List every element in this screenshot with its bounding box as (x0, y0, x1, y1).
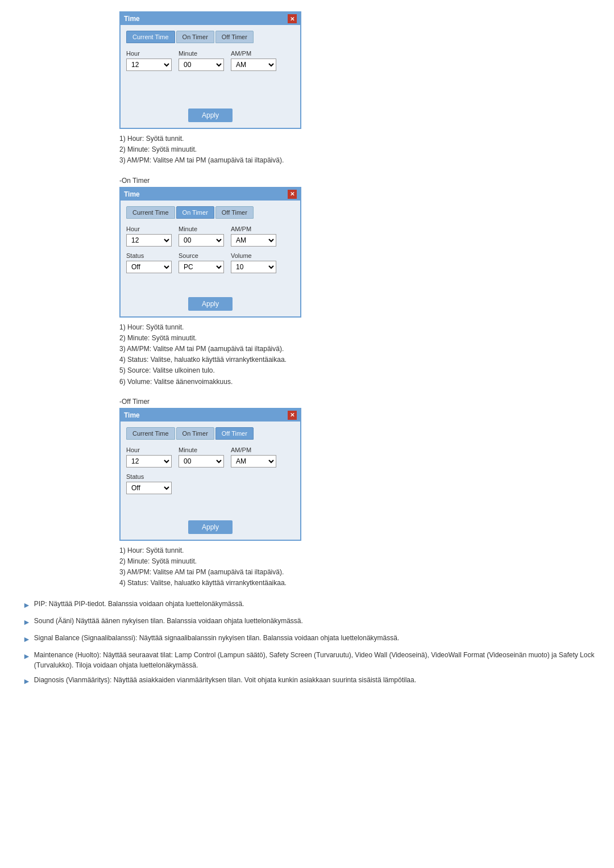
notes-current-time: 1) Hour: Syötä tunnit. 2) Minute: Syötä … (119, 133, 597, 166)
bullet-item-1: ► Sound (Ääni) Näyttää äänen nykyisen ti… (23, 616, 597, 628)
tab-on-timer-1[interactable]: On Timer (176, 31, 214, 43)
apply-button-3[interactable]: Apply (188, 520, 233, 534)
ampm-label-3: AM/PM (231, 446, 276, 453)
minute-col-1: Minute 00051015 20253035 (179, 50, 224, 71)
tab-current-time-3[interactable]: Current Time (126, 427, 175, 440)
bullet-item-0: ► PIP: Näyttää PIP-tiedot. Balanssia voi… (23, 599, 597, 611)
note-3-1: 1) Hour: Syötä tunnit. (119, 545, 597, 556)
status-col-3: Status OffOn (126, 473, 172, 494)
off-timer-window: Time ✕ Current Time On Timer Off Timer H… (119, 408, 301, 541)
bullet-text-3: Maintenance (Huolto): Näyttää seuraavat … (34, 650, 597, 670)
dialog-title-bar-3: Time ✕ (121, 409, 300, 422)
minute-select-3[interactable]: 00051015 (179, 455, 224, 468)
field-group-2b: Status OffOn Source PCAVComponentHDMI Vo… (126, 252, 294, 273)
current-time-window: Time ✕ Current Time On Timer Off Timer H… (119, 11, 301, 129)
hour-label-2: Hour (126, 226, 172, 232)
minute-select-1[interactable]: 00051015 20253035 (179, 59, 224, 71)
bullet-item-4: ► Diagnosis (Vianmääritys): Näyttää asia… (23, 675, 597, 687)
hour-select-3[interactable]: 12123 4567 (126, 455, 172, 468)
dialog-close-3[interactable]: ✕ (288, 411, 297, 420)
volume-label-2: Volume (231, 252, 276, 259)
hour-col-3: Hour 12123 4567 (126, 446, 172, 468)
dialog-title-1: Time (124, 15, 140, 23)
hour-select-2[interactable]: 12123 4567 (126, 234, 172, 247)
apply-button-1[interactable]: Apply (188, 108, 233, 122)
bullet-icon-3: ► (23, 650, 31, 662)
hour-select-1[interactable]: 12123 4567 891011 (126, 59, 172, 71)
note-2-4: 4) Status: Valitse, haluatko käyttää vir… (119, 354, 597, 365)
field-group-3a: Hour 12123 4567 Minute 00051015 AM/PM AM… (126, 446, 294, 468)
ampm-col-1: AM/PM AMPM (231, 50, 276, 71)
minute-label-1: Minute (179, 50, 224, 57)
ampm-select-3[interactable]: AMPM (231, 455, 276, 468)
apply-row-3: Apply (126, 520, 294, 534)
minute-select-2[interactable]: 00051015 (179, 234, 224, 247)
bullet-icon-2: ► (23, 633, 31, 645)
hour-label-3: Hour (126, 446, 172, 453)
tab-bar-2: Current Time On Timer Off Timer (126, 206, 294, 219)
tab-off-timer-1[interactable]: Off Timer (215, 31, 254, 43)
ampm-select-2[interactable]: AMPM (231, 234, 276, 247)
minute-label-3: Minute (179, 446, 224, 453)
dialog-close-1[interactable]: ✕ (288, 14, 297, 23)
bullet-item-3: ► Maintenance (Huolto): Näyttää seuraava… (23, 650, 597, 670)
source-select-2[interactable]: PCAVComponentHDMI (179, 261, 224, 273)
ampm-col-3: AM/PM AMPM (231, 446, 276, 468)
status-select-3[interactable]: OffOn (126, 482, 172, 494)
bullet-text-4: Diagnosis (Vianmääritys): Näyttää asiakk… (34, 675, 416, 685)
bullet-icon-1: ► (23, 616, 31, 628)
hour-col-2: Hour 12123 4567 (126, 226, 172, 247)
bullet-text-1: Sound (Ääni) Näyttää äänen nykyisen tila… (34, 616, 303, 626)
note-2-3: 3) AM/PM: Valitse AM tai PM (aamupäivä t… (119, 344, 597, 354)
bullet-icon-0: ► (23, 599, 31, 611)
bullet-list: ► PIP: Näyttää PIP-tiedot. Balanssia voi… (17, 599, 597, 687)
dialog-title-3: Time (124, 411, 140, 419)
tab-on-timer-2[interactable]: On Timer (176, 206, 214, 219)
hour-col-1: Hour 12123 4567 891011 (126, 50, 172, 71)
hour-label-1: Hour (126, 50, 172, 57)
ampm-select-1[interactable]: AMPM (231, 59, 276, 71)
apply-button-2[interactable]: Apply (188, 297, 233, 311)
bullet-text-2: Signal Balance (Signaalibalanssi): Näytt… (34, 633, 399, 643)
note-1-1: 1) Hour: Syötä tunnit. (119, 133, 597, 144)
status-col-2: Status OffOn (126, 252, 172, 273)
tab-current-time-1[interactable]: Current Time (126, 31, 175, 43)
notes-off-timer: 1) Hour: Syötä tunnit. 2) Minute: Syötä … (119, 545, 597, 589)
on-timer-section-label: -On Timer (119, 177, 597, 185)
note-2-6: 6) Volume: Valitse äänenvoimakkuus. (119, 377, 597, 387)
field-group-3b: Status OffOn (126, 473, 294, 494)
volume-select-2[interactable]: 10051520 (231, 261, 276, 273)
note-2-5: 5) Source: Valitse ulkoinen tulo. (119, 365, 597, 376)
tab-off-timer-2[interactable]: Off Timer (215, 206, 254, 219)
field-group-1: Hour 12123 4567 891011 Minute 00051015 2… (126, 50, 294, 71)
tab-off-timer-3[interactable]: Off Timer (215, 427, 254, 440)
dialog-close-2[interactable]: ✕ (288, 190, 297, 199)
tab-current-time-2[interactable]: Current Time (126, 206, 175, 219)
field-group-2a: Hour 12123 4567 Minute 00051015 AM/PM AM… (126, 226, 294, 247)
bullet-text-0: PIP: Näyttää PIP-tiedot. Balanssia voida… (34, 599, 244, 609)
source-col-2: Source PCAVComponentHDMI (179, 252, 224, 273)
ampm-label-2: AM/PM (231, 226, 276, 232)
on-timer-section: -On Timer Time ✕ Current Time On Timer O… (17, 177, 597, 318)
tab-on-timer-3[interactable]: On Timer (176, 427, 214, 440)
note-3-4: 4) Status: Valitse, haluatko käyttää vir… (119, 578, 597, 589)
off-timer-section: -Off Timer Time ✕ Current Time On Timer … (17, 398, 597, 541)
source-label-2: Source (179, 252, 224, 259)
status-select-2[interactable]: OffOn (126, 261, 172, 273)
note-3-2: 2) Minute: Syötä minuutit. (119, 556, 597, 567)
apply-row-1: Apply (126, 108, 294, 122)
minute-col-3: Minute 00051015 (179, 446, 224, 468)
ampm-col-2: AM/PM AMPM (231, 226, 276, 247)
dialog-title-bar-1: Time ✕ (121, 12, 300, 25)
status-label-2: Status (126, 252, 172, 259)
notes-on-timer: 1) Hour: Syötä tunnit. 2) Minute: Syötä … (119, 322, 597, 387)
tab-bar-1: Current Time On Timer Off Timer (126, 31, 294, 43)
note-3-3: 3) AM/PM: Valitse AM tai PM (aamupäivä t… (119, 567, 597, 578)
dialog-title-bar-2: Time ✕ (121, 188, 300, 201)
on-timer-window: Time ✕ Current Time On Timer Off Timer H… (119, 187, 301, 318)
note-1-3: 3) AM/PM: Valitse AM tai PM (aamupäivä t… (119, 155, 597, 166)
minute-col-2: Minute 00051015 (179, 226, 224, 247)
current-time-dialog: Time ✕ Current Time On Timer Off Timer H… (17, 11, 597, 129)
off-timer-section-label: -Off Timer (119, 398, 597, 406)
ampm-label-1: AM/PM (231, 50, 276, 57)
